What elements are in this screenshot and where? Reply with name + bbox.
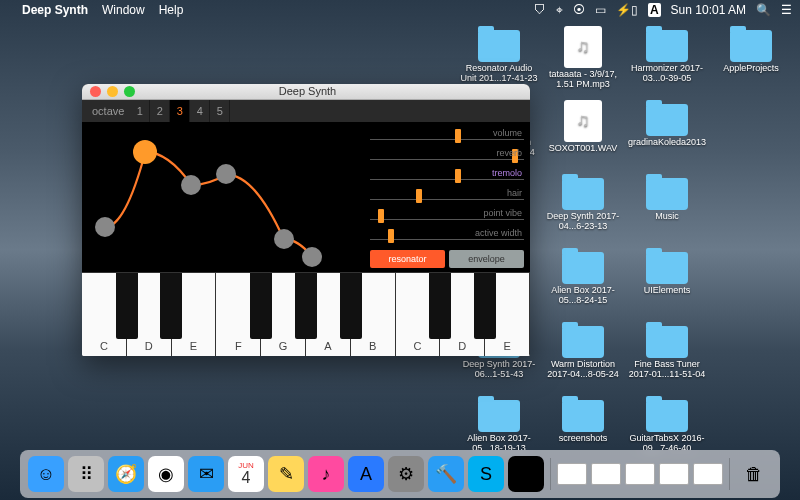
desktop-item[interactable]: Fine Bass Tuner 2017-01...11-51-04 — [627, 320, 707, 390]
slider-label: tremolo — [492, 168, 522, 178]
dock-app-spiral[interactable]: ◎ — [508, 456, 544, 492]
location-icon[interactable]: ⌖ — [556, 3, 563, 17]
menu-window[interactable]: Window — [102, 3, 145, 17]
desktop-item[interactable]: Harmonizer 2017-03...0-39-05 — [627, 24, 707, 94]
dock-minimized-window[interactable] — [659, 463, 689, 485]
desktop-item-label: Resonator Audio Unit 201...17-41-23 — [459, 64, 539, 84]
folder-icon — [562, 326, 604, 358]
slider-point-vibe[interactable]: point vibe — [370, 206, 524, 220]
slider-thumb[interactable] — [416, 189, 422, 203]
black-key[interactable] — [160, 273, 182, 339]
slider-thumb[interactable] — [378, 209, 384, 223]
close-button[interactable] — [90, 86, 101, 97]
desktop-item[interactable]: ♫SOXOT001.WAV — [543, 98, 623, 168]
folder-icon — [646, 252, 688, 284]
envelope-node[interactable] — [274, 229, 294, 249]
dock-app-launchpad[interactable]: ⠿ — [68, 456, 104, 492]
desktop-item[interactable]: AppleProjects — [711, 24, 791, 94]
folder-icon — [646, 326, 688, 358]
desktop-item-label: SOXOT001.WAV — [549, 144, 618, 154]
octave-button-5[interactable]: 5 — [210, 100, 230, 122]
slider-label: volume — [493, 128, 522, 138]
zoom-button[interactable] — [124, 86, 135, 97]
folder-icon — [730, 30, 772, 62]
envelope-button[interactable]: envelope — [449, 250, 524, 268]
slider-tremolo[interactable]: tremolo — [370, 166, 524, 180]
desktop-item[interactable]: Warm Distortion 2017-04...8-05-24 — [543, 320, 623, 390]
slider-thumb[interactable] — [455, 129, 461, 143]
piano-keyboard[interactable]: CDEFGABCDE — [82, 272, 530, 356]
black-key[interactable] — [429, 273, 451, 339]
slider-active-width[interactable]: active width — [370, 226, 524, 240]
desktop-item[interactable]: Deep Synth 2017-04...6-23-13 — [543, 172, 623, 242]
clock[interactable]: Sun 10:01 AM — [671, 3, 746, 17]
app-menu[interactable]: Deep Synth — [22, 3, 88, 17]
slider-thumb[interactable] — [388, 229, 394, 243]
dock-app-appstore[interactable]: A — [348, 456, 384, 492]
black-key[interactable] — [295, 273, 317, 339]
slider-thumb[interactable] — [455, 169, 461, 183]
envelope-curve[interactable] — [82, 122, 370, 272]
dock-app-settings[interactable]: ⚙ — [388, 456, 424, 492]
envelope-node[interactable] — [302, 247, 322, 267]
desktop-item[interactable]: Alien Box 2017-05...8-24-15 — [543, 246, 623, 316]
battery-charging-icon[interactable]: ⚡▯ — [616, 3, 638, 17]
titlebar[interactable]: Deep Synth — [82, 84, 530, 100]
dock-app-itunes[interactable]: ♪ — [308, 456, 344, 492]
octave-button-3[interactable]: 3 — [170, 100, 190, 122]
search-icon[interactable]: 🔍 — [756, 3, 771, 17]
octave-bar: octave 12345 — [82, 100, 530, 122]
desktop-item[interactable]: Music — [627, 172, 707, 242]
display-icon[interactable]: ▭ — [595, 3, 606, 17]
dock-app-mail[interactable]: ✉ — [188, 456, 224, 492]
window-title: Deep Synth — [279, 85, 336, 97]
envelope-node[interactable] — [181, 175, 201, 195]
folder-icon — [478, 400, 520, 432]
octave-button-4[interactable]: 4 — [190, 100, 210, 122]
wifi-icon[interactable]: ⦿ — [573, 3, 585, 17]
dock-minimized-window[interactable] — [625, 463, 655, 485]
minimize-button[interactable] — [107, 86, 118, 97]
desktop-item-label: UIElements — [644, 286, 691, 296]
envelope-node[interactable] — [95, 217, 115, 237]
slider-hair[interactable]: hair — [370, 186, 524, 200]
dock-minimized-window[interactable] — [591, 463, 621, 485]
black-key[interactable] — [474, 273, 496, 339]
slider-label: active width — [475, 228, 522, 238]
black-key[interactable] — [116, 273, 138, 339]
envelope-node[interactable] — [133, 140, 157, 164]
black-key[interactable] — [340, 273, 362, 339]
desktop-item[interactable]: UIElements — [627, 246, 707, 316]
slider-reverb[interactable]: reverb — [370, 146, 524, 160]
menu-help[interactable]: Help — [159, 3, 184, 17]
dock-app-finder[interactable]: ☺ — [28, 456, 64, 492]
dock-app-safari[interactable]: 🧭 — [108, 456, 144, 492]
resonator-button[interactable]: resonator — [370, 250, 445, 268]
octave-button-1[interactable]: 1 — [130, 100, 150, 122]
slider-label: reverb — [496, 148, 522, 158]
dock-minimized-window[interactable] — [557, 463, 587, 485]
octave-button-2[interactable]: 2 — [150, 100, 170, 122]
envelope-node[interactable] — [216, 164, 236, 184]
parameter-panel: volumereverbtremolohairpoint vibeactive … — [370, 122, 530, 272]
desktop-item-label: Warm Distortion 2017-04...8-05-24 — [543, 360, 623, 380]
dock-app-calendar[interactable]: JUN4 — [228, 456, 264, 492]
dock-app-chrome[interactable]: ◉ — [148, 456, 184, 492]
dock-app-notes[interactable]: ✎ — [268, 456, 304, 492]
slider-volume[interactable]: volume — [370, 126, 524, 140]
black-key[interactable] — [250, 273, 272, 339]
list-icon[interactable]: ☰ — [781, 3, 792, 17]
shield-icon[interactable]: ⛉ — [534, 3, 546, 17]
desktop-item-label: gradinaKoleda2013 — [628, 138, 706, 148]
input-a-icon[interactable]: A — [648, 3, 661, 17]
desktop-item-label: AppleProjects — [723, 64, 779, 74]
desktop-item-label: Deep Synth 2017-04...6-23-13 — [543, 212, 623, 232]
dock-minimized-window[interactable] — [693, 463, 723, 485]
dock-app-skype[interactable]: S — [468, 456, 504, 492]
dock-trash[interactable]: 🗑 — [736, 456, 772, 492]
desktop-item[interactable]: ♫tataaata - 3/9/17, 1.51 PM.mp3 — [543, 24, 623, 94]
folder-icon — [562, 178, 604, 210]
dock-app-xcode[interactable]: 🔨 — [428, 456, 464, 492]
desktop-item-label: screenshots — [559, 434, 608, 444]
desktop-item[interactable]: gradinaKoleda2013 — [627, 98, 707, 168]
